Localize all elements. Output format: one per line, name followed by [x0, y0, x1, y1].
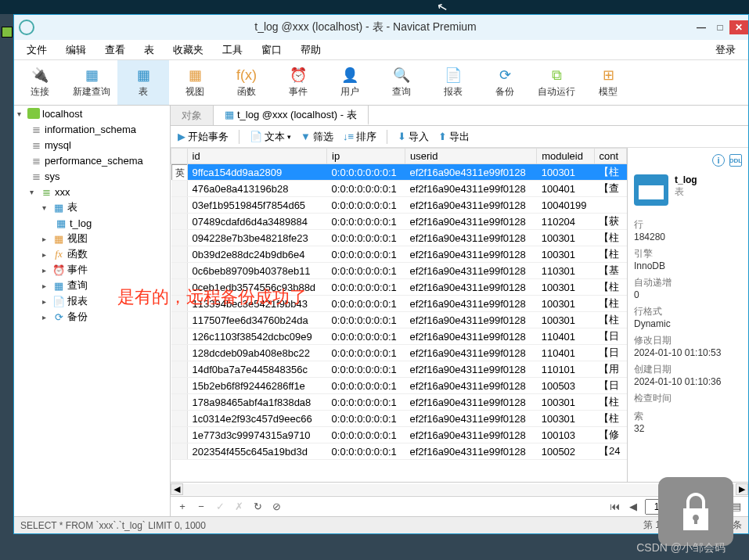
cell-moduleid[interactable]: 110401: [537, 345, 594, 361]
cell-moduleid[interactable]: 110204: [537, 214, 594, 230]
menu-edit[interactable]: 编辑: [56, 43, 95, 57]
cell-cont[interactable]: 【查: [594, 181, 626, 197]
cell-moduleid[interactable]: 110401: [537, 328, 594, 345]
cell-cont[interactable]: 【柱: [594, 312, 626, 328]
cell-cont[interactable]: 【柱: [594, 279, 626, 296]
menu-tools[interactable]: 工具: [213, 43, 252, 57]
table-row[interactable]: 128dcdeb09ab408e8bc220:0:0:0:0:0:0:1ef2f…: [171, 345, 627, 361]
maximize-button[interactable]: □: [711, 20, 729, 34]
cell-cont[interactable]: 【日: [594, 345, 626, 361]
cell-id[interactable]: 15b2eb6f8f92446286ff1e: [187, 378, 327, 394]
toolbar-用户[interactable]: 👤用户: [324, 60, 376, 105]
import-button[interactable]: ⬇导入: [395, 130, 431, 144]
close-button[interactable]: ✕: [729, 20, 748, 34]
cell-moduleid[interactable]: 100301: [537, 394, 594, 411]
cell-id[interactable]: 0c6beb89709b40378eb11: [187, 263, 327, 279]
add-row-button[interactable]: +: [175, 501, 189, 512]
cell-cont[interactable]: 【柱: [594, 296, 626, 312]
cell-moduleid[interactable]: 10040199: [537, 197, 594, 214]
cell-userid[interactable]: ef2f16a90e4311e99f0128: [405, 345, 536, 361]
table-row[interactable]: 202354f455c645a19bd3d0:0:0:0:0:0:0:1ef2f…: [171, 443, 627, 460]
cell-moduleid[interactable]: 100301: [537, 296, 594, 312]
stop-button[interactable]: ⊘: [269, 501, 283, 512]
cell-moduleid[interactable]: 100301: [537, 230, 594, 246]
cell-userid[interactable]: ef2f16a90e4311e99f0128: [405, 214, 536, 230]
cell-ip[interactable]: 0:0:0:0:0:0:0:1: [327, 246, 405, 263]
menu-view[interactable]: 查看: [95, 43, 135, 57]
table-row[interactable]: 07489cdafd6d4a34898840:0:0:0:0:0:0:1ef2f…: [171, 214, 627, 230]
cell-cont[interactable]: 【24: [594, 443, 626, 460]
cell-userid[interactable]: ef2f16a90e4311e99f0128: [405, 263, 536, 279]
toolbar-模型[interactable]: ⊞模型: [582, 60, 634, 105]
cell-ip[interactable]: 0:0:0:0:0:0:0:1: [327, 345, 405, 361]
column-header[interactable]: id: [187, 149, 327, 164]
tree-functions[interactable]: ▸fx函数: [14, 246, 170, 262]
cell-id[interactable]: 1e773d3c99974315a9710: [187, 427, 327, 443]
toolbar-自动运行[interactable]: ⧉自动运行: [531, 60, 582, 105]
cell-ip[interactable]: 0:0:0:0:0:0:0:1: [327, 296, 405, 312]
cell-ip[interactable]: 0:0:0:0:0:0:0:1: [327, 411, 405, 427]
cell-cont[interactable]: 【柱: [594, 411, 626, 427]
cell-cont[interactable]: 【日: [594, 378, 626, 394]
toolbar-新建查询[interactable]: ▦新建查询: [66, 60, 117, 105]
table-row[interactable]: 113394bec3e5421f9bb430:0:0:0:0:0:0:1ef2f…: [171, 296, 627, 312]
cell-cont[interactable]: 【柱: [594, 246, 626, 263]
toolbar-函数[interactable]: f(x)函数: [221, 60, 272, 105]
cell-moduleid[interactable]: 100301: [537, 279, 594, 296]
cell-id[interactable]: 202354f455c645a19bd3d: [187, 443, 327, 460]
cell-userid[interactable]: ef2f16a90e4311e99f0128: [405, 296, 536, 312]
cell-userid[interactable]: ef2f16a90e4311e99f0128: [405, 427, 536, 443]
menu-file[interactable]: 文件: [17, 43, 56, 57]
tree-backups[interactable]: ▸⟳备份: [14, 309, 170, 325]
cell-id[interactable]: 126c1103f38542dcbc09e9: [187, 328, 327, 345]
cell-ip[interactable]: 0:0:0:0:0:0:0:1: [327, 230, 405, 246]
connection-tree[interactable]: ▾localhost ≣information_schema ≣mysql ≣p…: [14, 106, 171, 516]
table-row[interactable]: 476a0e8a413196b280:0:0:0:0:0:0:1ef2f16a9…: [171, 181, 627, 197]
cell-moduleid[interactable]: 100503: [537, 378, 594, 394]
cell-ip[interactable]: 0:0:0:0:0:0:0:1: [327, 279, 405, 296]
delete-row-button[interactable]: −: [194, 501, 208, 512]
table-row[interactable]: 0ceb1edb3574556c93b88d0:0:0:0:0:0:0:1ef2…: [171, 279, 627, 296]
cell-moduleid[interactable]: 110301: [537, 263, 594, 279]
menu-fav[interactable]: 收藏夹: [164, 43, 213, 57]
ddl-icon[interactable]: DDL: [729, 154, 742, 167]
toolbar-事件[interactable]: ⏰事件: [272, 60, 324, 105]
cell-ip[interactable]: 0:0:0:0:0:0:0:1: [327, 312, 405, 328]
tab-objects[interactable]: 对象: [171, 106, 214, 125]
cell-ip[interactable]: 0:0:0:0:0:0:0:1: [327, 378, 405, 394]
table-row[interactable]: 178a98465abf4a1f838da80:0:0:0:0:0:0:1ef2…: [171, 394, 627, 411]
cell-ip[interactable]: 0:0:0:0:0:0:0:1: [327, 427, 405, 443]
scroll-track[interactable]: [183, 484, 736, 495]
cell-id[interactable]: 07489cdafd6d4a3489884: [187, 214, 327, 230]
cell-userid[interactable]: ef2f16a90e4311e99f0128: [405, 279, 536, 296]
tree-queries[interactable]: ▸▦查询: [14, 278, 170, 293]
toolbar-连接[interactable]: 🔌连接: [14, 60, 66, 105]
column-header[interactable]: cont: [594, 149, 626, 164]
menu-help[interactable]: 帮助: [291, 43, 330, 57]
cell-userid[interactable]: ef2f16a90e4311e99f0128: [405, 361, 536, 378]
tree-db[interactable]: ≣sys: [14, 168, 170, 184]
tab-tlog[interactable]: ▦t_log @xxx (localhost) - 表: [214, 106, 369, 125]
tree-db-xxx[interactable]: ▾≣xxx: [14, 184, 170, 199]
toolbar-视图[interactable]: ▦视图: [169, 60, 221, 105]
cell-moduleid[interactable]: 110101: [537, 361, 594, 378]
cell-cont[interactable]: 【修: [594, 427, 626, 443]
cell-moduleid[interactable]: 100301: [537, 411, 594, 427]
cell-moduleid[interactable]: 100301: [537, 312, 594, 328]
begin-transaction-button[interactable]: ▶开始事务: [175, 130, 231, 144]
titlebar[interactable]: t_log @xxx (localhost) - 表 - Navicat Pre…: [14, 15, 748, 40]
cell-userid[interactable]: ef2f16a90e4311e99f0128: [405, 312, 536, 328]
cell-moduleid[interactable]: 100301: [537, 246, 594, 263]
cell-userid[interactable]: ef2f16a90e4311e99f0128: [405, 230, 536, 246]
toolbar-报表[interactable]: 📄报表: [427, 60, 479, 105]
tree-db[interactable]: ≣mysql: [14, 137, 170, 153]
tree-reports[interactable]: ▸📄报表: [14, 293, 170, 309]
tree-connection[interactable]: ▾localhost: [14, 106, 170, 121]
text-mode-button[interactable]: 📄文本▾: [247, 130, 293, 144]
prev-page-button[interactable]: ◀: [626, 501, 640, 512]
cell-cont[interactable]: 【柱: [594, 394, 626, 411]
cell-cont[interactable]: 【获: [594, 214, 626, 230]
column-header[interactable]: userid: [405, 149, 536, 164]
cell-ip[interactable]: 0:0:0:0:0:0:0:1: [327, 443, 405, 460]
scroll-left-button[interactable]: ◀: [171, 483, 183, 495]
